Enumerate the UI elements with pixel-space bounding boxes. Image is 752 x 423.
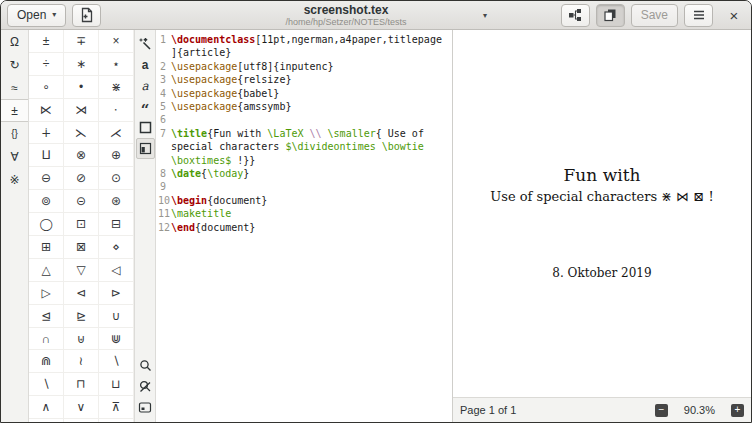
italic-button[interactable]: a xyxy=(136,75,155,96)
symbol-cell[interactable]: ⊵ xyxy=(64,305,99,328)
symbol-category-delimiters[interactable]: {} xyxy=(1,122,28,145)
symbol-cell[interactable]: • xyxy=(64,76,99,99)
menu-button[interactable] xyxy=(684,4,713,27)
symbol-cell[interactable]: △ xyxy=(29,259,64,282)
symbol-cell[interactable]: ⊡ xyxy=(64,213,99,236)
symbol-cell[interactable]: ⋅ xyxy=(99,99,134,122)
code-text[interactable] xyxy=(171,180,444,193)
symbol-cell[interactable]: ∖ xyxy=(29,373,64,396)
symbol-cell[interactable]: ∓ xyxy=(64,30,99,53)
symbol-cell[interactable]: ⋋ xyxy=(64,122,99,145)
code-text[interactable]: \begin{document} xyxy=(171,194,444,207)
code-line[interactable]: 10\begin{document} xyxy=(156,194,452,207)
search-button[interactable] xyxy=(136,355,155,376)
symbol-cell[interactable]: ⊴ xyxy=(29,305,64,328)
symbol-cell[interactable]: ⊛ xyxy=(99,190,134,213)
code-line[interactable]: 11\maketitle xyxy=(156,207,452,220)
preview-toggle-button[interactable] xyxy=(596,4,625,27)
symbol-cell[interactable]: ∪ xyxy=(99,305,134,328)
symbol-cell[interactable]: ⋓ xyxy=(99,328,134,351)
title-caret-icon[interactable]: ▾ xyxy=(483,11,487,20)
symbol-cell[interactable]: ⊖ xyxy=(29,167,64,190)
code-text[interactable]: \usepackage{amssymb} xyxy=(171,100,444,113)
symbol-category-operators[interactable]: ± xyxy=(1,99,28,122)
zoom-in-button[interactable]: + xyxy=(731,404,744,417)
symbol-cell[interactable]: × xyxy=(99,30,134,53)
symbol-cell[interactable]: ⊘ xyxy=(64,167,99,190)
symbol-cell[interactable]: ⊗ xyxy=(64,144,99,167)
code-text[interactable]: \title{Fun with \LaTeX \\ \smaller{ Use … xyxy=(171,127,444,167)
symbol-cell[interactable]: ⊔ xyxy=(99,373,134,396)
code-text[interactable]: \documentclass[11pt,ngerman,a4paper,titl… xyxy=(171,33,444,60)
new-document-button[interactable] xyxy=(72,4,101,27)
symbol-cell[interactable]: ⩞ xyxy=(64,419,99,422)
source-editor[interactable]: 1\documentclass[11pt,ngerman,a4paper,tit… xyxy=(156,30,452,422)
code-text[interactable]: \end{document} xyxy=(171,221,444,234)
code-text[interactable] xyxy=(171,113,444,126)
symbol-cell[interactable]: ▷ xyxy=(29,282,64,305)
symbol-cell[interactable]: ∔ xyxy=(29,122,64,145)
sidebar-layout-button[interactable] xyxy=(136,138,155,159)
symbol-cell[interactable]: ≀ xyxy=(64,350,99,373)
symbol-category-arrows[interactable]: ↻ xyxy=(1,53,28,76)
symbol-cell[interactable]: ⊝ xyxy=(64,190,99,213)
code-text[interactable]: \usepackage{babel} xyxy=(171,87,444,100)
symbol-cell[interactable]: ⊺ xyxy=(99,419,134,422)
symbol-cell[interactable]: ◁ xyxy=(99,259,134,282)
quotes-button[interactable]: “ xyxy=(136,96,155,117)
symbol-cell[interactable]: ⊳ xyxy=(99,282,134,305)
symbol-category-misc-text[interactable]: ※ xyxy=(1,168,28,191)
magic-wand-button[interactable] xyxy=(136,33,155,54)
symbol-cell[interactable]: ⋌ xyxy=(99,122,134,145)
symbol-cell[interactable]: ⋉ xyxy=(29,99,64,122)
symbol-cell[interactable]: ⊻ xyxy=(29,419,64,422)
symbol-cell[interactable]: ∘ xyxy=(29,76,64,99)
symbol-cell[interactable]: ⊲ xyxy=(64,282,99,305)
window-close-button[interactable]: × xyxy=(723,4,745,26)
code-line[interactable]: 1\documentclass[11pt,ngerman,a4paper,tit… xyxy=(156,33,452,60)
code-line[interactable]: 12\end{document} xyxy=(156,221,452,234)
symbol-category-misc-math[interactable]: ∀ xyxy=(1,145,28,168)
frame-button[interactable] xyxy=(136,117,155,138)
code-line[interactable]: 5\usepackage{amssymb} xyxy=(156,100,452,113)
code-line[interactable]: 7\title{Fun with \LaTeX \\ \smaller{ Use… xyxy=(156,127,452,167)
symbol-cell[interactable]: ∧ xyxy=(29,396,64,419)
symbol-category-greek[interactable]: Ω xyxy=(1,30,28,53)
symbol-cell[interactable]: ⊕ xyxy=(99,144,134,167)
symbol-cell[interactable]: ∨ xyxy=(64,396,99,419)
symbol-cell[interactable]: ⊙ xyxy=(99,167,134,190)
symbol-cell[interactable]: ∖ xyxy=(99,350,134,373)
document-structure-button[interactable] xyxy=(561,4,590,27)
symbol-cell[interactable]: ⋊ xyxy=(64,99,99,122)
code-line[interactable]: 4\usepackage{babel} xyxy=(156,87,452,100)
pdf-page[interactable]: Fun with Use of special characters ⋇ ⋈ ⊠… xyxy=(453,30,751,397)
symbol-cell[interactable]: ⊼ xyxy=(99,396,134,419)
symbol-cell[interactable]: ◯ xyxy=(29,213,64,236)
code-line[interactable]: 9 xyxy=(156,180,452,193)
symbol-cell[interactable]: ⊚ xyxy=(29,190,64,213)
symbol-cell[interactable]: ⋇ xyxy=(99,76,134,99)
symbol-cell[interactable]: ∩ xyxy=(29,328,64,351)
symbol-cell[interactable]: ⨿ xyxy=(29,144,64,167)
code-text[interactable]: \usepackage[utf8]{inputenc} xyxy=(171,60,444,73)
code-line[interactable]: 3\usepackage{relsize} xyxy=(156,73,452,86)
symbol-cell[interactable]: ⊓ xyxy=(64,373,99,396)
code-text[interactable]: \date{\today} xyxy=(171,167,444,180)
symbol-cell[interactable]: ⊠ xyxy=(64,236,99,259)
bold-button[interactable]: a xyxy=(136,54,155,75)
code-line[interactable]: 8\date{\today} xyxy=(156,167,452,180)
zoom-out-button[interactable]: − xyxy=(655,404,668,417)
symbol-cell[interactable]: ⋄ xyxy=(99,236,134,259)
open-button[interactable]: Open ▾ xyxy=(7,4,66,27)
symbol-category-relations[interactable]: ≈ xyxy=(1,76,28,99)
symbol-cell[interactable]: ⊎ xyxy=(64,328,99,351)
zoom-fit-button[interactable] xyxy=(136,397,155,418)
zoom-level[interactable]: 90.3% xyxy=(684,404,715,416)
find-replace-button[interactable] xyxy=(136,376,155,397)
symbol-cell[interactable]: ± xyxy=(29,30,64,53)
code-text[interactable]: \usepackage{relsize} xyxy=(171,73,444,86)
code-line[interactable]: 2\usepackage[utf8]{inputenc} xyxy=(156,60,452,73)
save-button[interactable]: Save xyxy=(631,4,678,27)
code-text[interactable]: \maketitle xyxy=(171,207,444,220)
symbol-cell[interactable]: ⋒ xyxy=(29,350,64,373)
